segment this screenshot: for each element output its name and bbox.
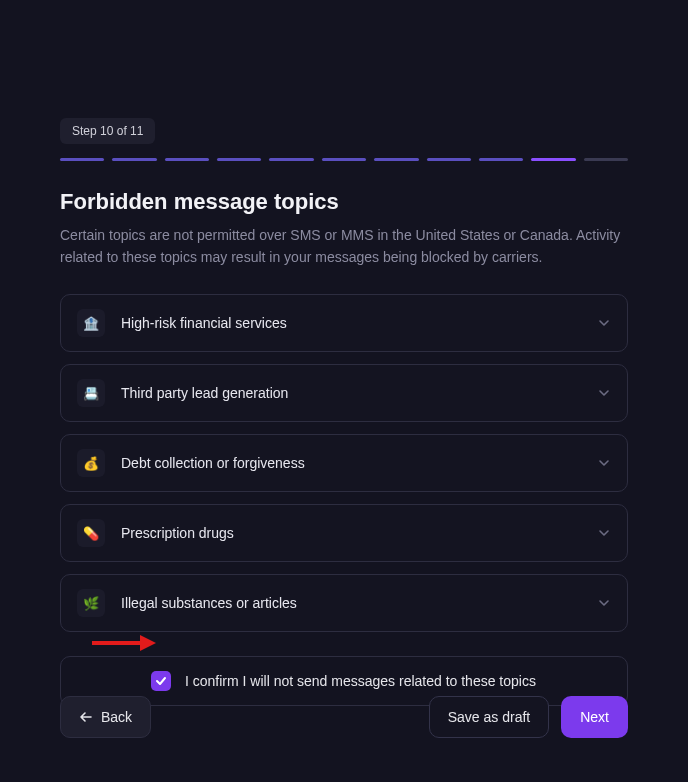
progress-bar [60,158,628,161]
save-draft-button[interactable]: Save as draft [429,696,550,738]
chevron-down-icon [597,596,611,610]
progress-segment [269,158,313,161]
confirm-checkbox[interactable] [151,671,171,691]
check-icon [155,675,167,687]
progress-segment [165,158,209,161]
chevron-down-icon [597,386,611,400]
step-label: Step 10 of 11 [60,118,155,144]
arrow-left-icon [79,710,93,724]
topic-icon: 📇 [77,379,105,407]
svg-marker-1 [140,635,156,651]
topic-row[interactable]: 🌿Illegal substances or articles [60,574,628,632]
topic-row[interactable]: 💰Debt collection or forgiveness [60,434,628,492]
topic-label: Third party lead generation [121,385,581,401]
next-button[interactable]: Next [561,696,628,738]
save-draft-label: Save as draft [448,709,531,725]
topic-label: Prescription drugs [121,525,581,541]
topic-row[interactable]: 🏦High-risk financial services [60,294,628,352]
chevron-down-icon [597,316,611,330]
back-button[interactable]: Back [60,696,151,738]
progress-segment [112,158,156,161]
topic-row[interactable]: 💊Prescription drugs [60,504,628,562]
topic-icon: 💊 [77,519,105,547]
progress-segment [479,158,523,161]
annotation-arrow-icon [90,632,158,654]
page-title: Forbidden message topics [60,189,628,215]
confirm-label: I confirm I will not send messages relat… [185,673,536,689]
topic-icon: 🏦 [77,309,105,337]
topic-label: High-risk financial services [121,315,581,331]
topic-icon: 💰 [77,449,105,477]
progress-segment [60,158,104,161]
topic-row[interactable]: 📇Third party lead generation [60,364,628,422]
chevron-down-icon [597,526,611,540]
topics-accordion: 🏦High-risk financial services📇Third part… [60,294,628,632]
progress-segment [374,158,418,161]
next-button-label: Next [580,709,609,725]
topic-icon: 🌿 [77,589,105,617]
progress-segment [322,158,366,161]
back-button-label: Back [101,709,132,725]
progress-segment [427,158,471,161]
progress-segment [217,158,261,161]
progress-segment [531,158,575,161]
chevron-down-icon [597,456,611,470]
progress-segment [584,158,628,161]
footer-actions: Back Save as draft Next [60,696,628,738]
topic-label: Debt collection or forgiveness [121,455,581,471]
page-subtitle: Certain topics are not permitted over SM… [60,225,628,268]
topic-label: Illegal substances or articles [121,595,581,611]
